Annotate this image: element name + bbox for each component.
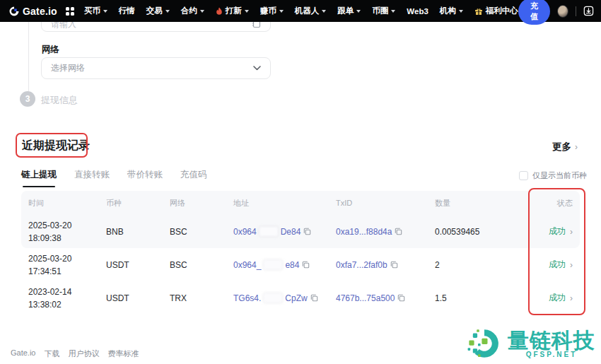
filter-checkbox-label: 仅显示当前币种: [532, 170, 587, 181]
cell-address[interactable]: TG6s4.CpZw: [233, 293, 336, 303]
recent-withdrawals-title: 近期提现记录: [22, 139, 90, 153]
gateio-logo-icon: [8, 6, 20, 17]
cell-address[interactable]: 0x964_e84: [233, 260, 336, 270]
gateio-logo[interactable]: Gate.io: [8, 6, 57, 17]
status-success-label: 成功: [549, 259, 566, 271]
network-select-placeholder: 选择网络: [51, 62, 85, 74]
step-connector-line: [28, 22, 29, 91]
cell-txid[interactable]: 4767b...75a500: [336, 293, 435, 303]
nav-menu: 买币 行情 交易 合约 打新 赚币 机器人 跟单 币圈 Web3 机构 福利中心: [84, 6, 518, 16]
chevron-right-icon: ›: [570, 227, 573, 237]
status-success-label: 成功: [549, 225, 566, 237]
download-app-icon[interactable]: [583, 5, 594, 17]
cell-network: TRX: [170, 293, 233, 303]
nav-item-institutions[interactable]: 机构: [440, 6, 463, 16]
status-success-label: 成功: [549, 292, 566, 304]
tab-onchain-withdrawal[interactable]: 链上提现: [21, 169, 57, 187]
nav-item-markets[interactable]: 行情: [119, 6, 135, 16]
cell-coin: BNB: [106, 227, 170, 237]
nav-item-moments[interactable]: 币圈: [372, 6, 395, 16]
apps-grid-icon[interactable]: [66, 7, 74, 16]
gateio-logo-text: Gate.io: [23, 6, 57, 17]
chevron-down-icon: [391, 10, 395, 13]
nav-item-buy-crypto[interactable]: 买币: [84, 6, 107, 16]
footer-link-fee-schedule[interactable]: 费率标准: [107, 348, 139, 359]
cell-time: 2023-02-1413:38:02: [28, 286, 106, 311]
copy-icon[interactable]: [302, 261, 310, 269]
table-row[interactable]: 2025-03-2017:34:51 USDT BSC 0x964_e84 0x…: [21, 248, 580, 281]
chevron-down-icon: [322, 10, 326, 13]
tab-priced-transfer[interactable]: 带价转账: [127, 169, 163, 187]
chevron-down-icon: [459, 10, 463, 13]
more-link[interactable]: 更多›: [552, 141, 578, 153]
chevron-down-icon: [356, 10, 361, 13]
cell-status[interactable]: 成功›: [549, 259, 573, 271]
cell-network: BSC: [170, 227, 233, 237]
redacted-blur: [264, 260, 282, 269]
nav-item-trade[interactable]: 交易: [146, 6, 170, 16]
chevron-down-icon: [103, 10, 107, 13]
cell-status[interactable]: 成功›: [549, 225, 573, 237]
footer-link-gateio[interactable]: Gate.io: [11, 348, 35, 359]
cell-time: 2025-03-2018:09:38: [28, 219, 106, 245]
header-network: 网络: [170, 198, 233, 209]
step-3-label: 提现信息: [41, 94, 78, 107]
cell-txid[interactable]: 0xa19...f88d4a: [336, 227, 435, 237]
copy-icon[interactable]: [310, 294, 318, 302]
redacted-blur: [264, 293, 282, 303]
cell-address[interactable]: 0x964De84: [233, 227, 336, 237]
user-avatar[interactable]: [557, 5, 568, 18]
filter-checkbox[interactable]: [519, 171, 528, 180]
footer-link-user-agreement[interactable]: 用户协议: [68, 348, 99, 359]
cell-amount: 2: [435, 260, 530, 270]
top-navbar: Gate.io 买币 行情 交易 合约 打新 赚币 机器人 跟单 币圈 Web3…: [0, 0, 601, 22]
nav-item-launchpad[interactable]: 打新: [216, 6, 249, 16]
header-status: 状态: [557, 198, 573, 209]
cell-coin: USDT: [106, 260, 170, 270]
chevron-down-icon: [165, 10, 170, 13]
table-header-row: 时间 币种 网络 地址 TxID 数量 状态: [21, 191, 580, 215]
qfsp-watermark: 量链科技 QFSP.NET: [465, 324, 595, 363]
watermark-title: 量链科技: [508, 329, 595, 352]
cell-status[interactable]: 成功›: [549, 292, 573, 304]
chevron-down-icon: [253, 66, 261, 71]
header-address: 地址: [233, 198, 336, 209]
chevron-right-icon: ›: [570, 293, 573, 303]
nav-item-web3[interactable]: Web3: [407, 7, 428, 16]
table-row[interactable]: 2025-03-2018:09:38 BNB BSC 0x964De84 0xa…: [21, 215, 580, 248]
copy-icon[interactable]: [397, 294, 405, 302]
copy-icon[interactable]: [390, 261, 398, 269]
cell-time: 2025-03-2017:34:51: [28, 252, 106, 278]
cell-amount: 1.5: [435, 293, 530, 303]
nav-item-futures[interactable]: 合约: [181, 6, 204, 16]
header-txid: TxID: [336, 199, 435, 207]
withdrawals-table: 时间 币种 网络 地址 TxID 数量 状态 2025-03-2018:09:3…: [21, 191, 580, 315]
chevron-down-icon: [279, 10, 284, 13]
current-coin-filter[interactable]: 仅显示当前币种: [519, 170, 587, 181]
withdraw-page: 请输入 Gate.io 买币 行情 交易 合约 打新 赚币 机器人 跟单: [0, 0, 601, 364]
tab-direct-transfer[interactable]: 直接转账: [74, 169, 110, 187]
header-time: 时间: [28, 198, 106, 209]
network-select[interactable]: 选择网络: [41, 57, 271, 79]
nav-right-group: 充值: [518, 0, 601, 25]
cell-network: BSC: [170, 260, 233, 270]
redacted-blur: [259, 227, 278, 236]
footer-link-download[interactable]: 下载: [44, 348, 59, 359]
qfsp-logo-icon: [465, 324, 503, 363]
copy-icon[interactable]: [303, 228, 311, 235]
watermark-subtitle: QFSP.NET: [526, 351, 578, 358]
cell-txid[interactable]: 0xfa7...2faf0b: [336, 260, 435, 270]
nav-item-copy-trading[interactable]: 跟单: [337, 6, 361, 16]
network-field-label: 网络: [42, 44, 59, 56]
divider: [576, 6, 576, 16]
chevron-down-icon: [245, 10, 249, 13]
footer-links: Gate.io 下载 用户协议 费率标准: [11, 348, 139, 359]
deposit-button[interactable]: 充值: [518, 0, 550, 25]
tab-deposit-code[interactable]: 充值码: [180, 169, 207, 187]
nav-item-bots[interactable]: 机器人: [295, 6, 327, 16]
table-row[interactable]: 2023-02-1413:38:02 USDT TRX TG6s4.CpZw 4…: [21, 281, 580, 315]
copy-icon[interactable]: [395, 228, 402, 235]
nav-item-earn[interactable]: 赚币: [260, 6, 284, 16]
step-3-badge: 3: [20, 91, 35, 107]
nav-item-rewards-center[interactable]: 福利中心: [474, 6, 518, 16]
